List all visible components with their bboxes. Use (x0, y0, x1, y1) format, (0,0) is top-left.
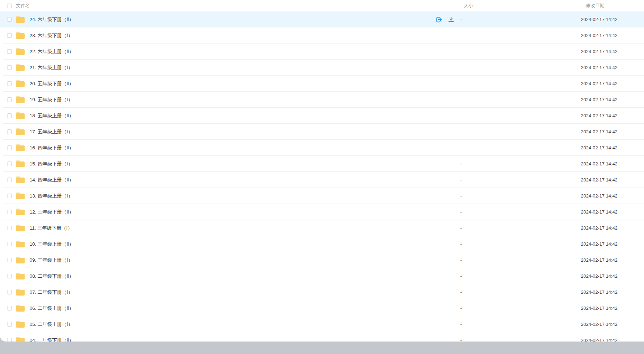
file-modified: 2024-02-17 14:42 (581, 225, 644, 231)
row-checkbox[interactable] (7, 97, 12, 102)
file-size: - (460, 225, 581, 231)
file-size: - (460, 81, 581, 86)
file-row[interactable]: 24. 六年级下册（Ⅱ） - (0, 11, 644, 27)
row-checkbox[interactable] (7, 226, 12, 230)
row-checkbox[interactable] (7, 33, 12, 38)
file-name[interactable]: 16. 四年级下册（Ⅱ） (30, 145, 74, 151)
row-checkbox[interactable] (7, 306, 12, 311)
file-name[interactable]: 19. 五年级下册（Ⅰ） (30, 97, 73, 103)
file-size: - (460, 322, 581, 327)
row-checkbox[interactable] (7, 274, 12, 278)
file-name[interactable]: 22. 六年级上册（Ⅱ） (30, 48, 74, 55)
row-checkbox[interactable] (7, 17, 12, 22)
row-checkbox[interactable] (7, 145, 12, 150)
file-name[interactable]: 07. 二年级下册（Ⅰ） (30, 289, 73, 296)
file-row[interactable]: 11. 三年级下册（Ⅰ） - (0, 220, 644, 236)
file-name[interactable]: 11. 三年级下册（Ⅰ） (30, 225, 72, 231)
row-checkbox[interactable] (7, 65, 12, 70)
horizontal-scrollbar[interactable] (0, 342, 644, 354)
folder-icon (16, 160, 25, 167)
file-name[interactable]: 21. 六年级上册（Ⅰ） (30, 65, 73, 71)
file-list: 24. 六年级下册（Ⅱ） - (0, 11, 644, 348)
file-row[interactable]: 05. 二年级上册（Ⅰ） - (0, 316, 644, 332)
row-checkbox[interactable] (7, 210, 12, 214)
file-modified: 2024-02-17 14:42 (581, 209, 644, 215)
column-header-name: 文件名 (16, 2, 30, 9)
file-size: - (460, 17, 581, 22)
file-row[interactable]: 06. 二年级上册（Ⅱ） - (0, 300, 644, 316)
row-checkbox[interactable] (7, 49, 12, 54)
file-name[interactable]: 14. 四年级上册（Ⅱ） (30, 177, 74, 183)
file-modified: 2024-02-17 14:42 (581, 273, 644, 279)
column-header-modified: 修改日期 (581, 2, 644, 9)
folder-icon (16, 257, 25, 263)
file-name[interactable]: 05. 二年级上册（Ⅰ） (30, 321, 73, 328)
folder-icon (16, 209, 25, 215)
file-row[interactable]: 14. 四年级上册（Ⅱ） - (0, 172, 644, 188)
file-size: - (460, 65, 581, 70)
file-row[interactable]: 22. 六年级上册（Ⅱ） - (0, 43, 644, 60)
row-checkbox[interactable] (7, 194, 12, 198)
file-size: - (460, 177, 581, 183)
file-modified: 2024-02-17 14:42 (581, 322, 644, 327)
file-row[interactable]: 15. 四年级下册（Ⅰ） - (0, 156, 644, 172)
row-checkbox[interactable] (7, 178, 12, 182)
file-row[interactable]: 07. 二年级下册（Ⅰ） - (0, 284, 644, 300)
folder-icon (16, 96, 25, 103)
file-row[interactable]: 12. 三年级下册（Ⅱ） - (0, 204, 644, 220)
file-size: - (460, 33, 581, 38)
file-name[interactable]: 23. 六年级下册（Ⅰ） (30, 32, 73, 39)
file-name[interactable]: 09. 三年级上册（Ⅰ） (30, 257, 73, 263)
download-icon[interactable] (447, 16, 455, 23)
file-name[interactable]: 15. 四年级下册（Ⅰ） (30, 161, 73, 167)
file-name[interactable]: 12. 三年级下册（Ⅱ） (30, 209, 74, 215)
folder-icon (16, 305, 25, 312)
row-checkbox[interactable] (7, 161, 12, 166)
row-checkbox[interactable] (7, 258, 12, 262)
share-icon[interactable] (435, 16, 443, 23)
file-modified: 2024-02-17 14:42 (581, 289, 644, 295)
file-size: - (460, 289, 581, 295)
file-row[interactable]: 10. 三年级上册（Ⅱ） - (0, 236, 644, 252)
file-name[interactable]: 24. 六年级下册（Ⅱ） (30, 16, 74, 23)
file-name[interactable]: 18. 五年级上册（Ⅱ） (30, 113, 74, 119)
file-size: - (460, 241, 581, 247)
file-row[interactable]: 13. 四年级上册（Ⅰ） - (0, 188, 644, 204)
row-actions (435, 16, 455, 23)
row-checkbox[interactable] (7, 322, 12, 327)
folder-icon (16, 112, 25, 119)
file-row[interactable]: 18. 五年级上册（Ⅱ） - (0, 108, 644, 124)
select-all-checkbox[interactable] (7, 4, 12, 8)
file-modified: 2024-02-17 14:42 (581, 113, 644, 118)
file-row[interactable]: 16. 四年级下册（Ⅱ） - (0, 140, 644, 156)
folder-icon (16, 273, 25, 279)
row-checkbox[interactable] (7, 81, 12, 86)
row-checkbox[interactable] (7, 129, 12, 134)
file-name[interactable]: 08. 二年级下册（Ⅱ） (30, 273, 74, 279)
file-row[interactable]: 09. 三年级上册（Ⅰ） - (0, 252, 644, 268)
row-checkbox[interactable] (7, 242, 12, 246)
file-modified: 2024-02-17 14:42 (581, 145, 644, 150)
folder-icon (16, 225, 25, 231)
file-row[interactable]: 08. 二年级下册（Ⅱ） - (0, 268, 644, 284)
file-row[interactable]: 21. 六年级上册（Ⅰ） - (0, 60, 644, 76)
file-size: - (460, 257, 581, 263)
file-name[interactable]: 13. 四年级上册（Ⅰ） (30, 193, 73, 199)
file-modified: 2024-02-17 14:42 (581, 33, 644, 38)
file-row[interactable]: 23. 六年级下册（Ⅰ） - (0, 27, 644, 43)
file-modified: 2024-02-17 14:42 (581, 177, 644, 183)
file-name[interactable]: 10. 三年级上册（Ⅱ） (30, 241, 74, 247)
folder-icon (16, 16, 25, 23)
folder-icon (16, 80, 25, 87)
file-row[interactable]: 20. 五年级下册（Ⅱ） - (0, 76, 644, 92)
file-row[interactable]: 17. 五年级上册（Ⅰ） - (0, 124, 644, 140)
folder-icon (16, 289, 25, 296)
row-checkbox[interactable] (7, 113, 12, 118)
file-size: - (460, 49, 581, 54)
file-row[interactable]: 19. 五年级下册（Ⅰ） - (0, 92, 644, 108)
file-size: - (460, 193, 581, 199)
file-name[interactable]: 06. 二年级上册（Ⅱ） (30, 305, 74, 312)
row-checkbox[interactable] (7, 290, 12, 294)
file-name[interactable]: 20. 五年级下册（Ⅱ） (30, 81, 74, 87)
file-name[interactable]: 17. 五年级上册（Ⅰ） (30, 129, 73, 135)
